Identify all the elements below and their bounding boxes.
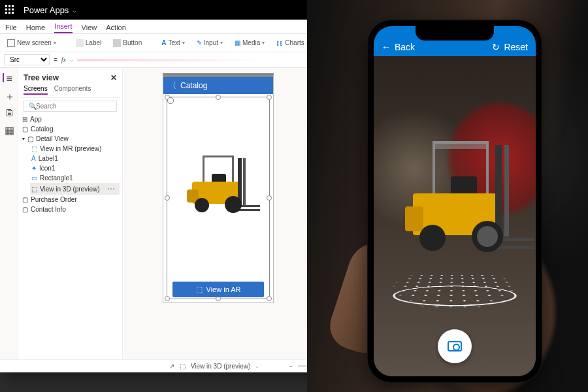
svg-rect-2 — [12, 5, 14, 7]
reset-button[interactable]: ↻ Reset — [492, 42, 528, 52]
forklift-model — [179, 155, 257, 221]
tree-node-catalog[interactable]: ▢Catalog — [21, 124, 120, 134]
rail-media-icon[interactable]: ▦ — [5, 124, 14, 133]
menu-action[interactable]: Action — [106, 22, 126, 33]
tree-node-icon1[interactable]: ✦Icon1 — [30, 163, 120, 173]
rail-tree-icon[interactable]: ≡ — [3, 73, 12, 82]
svg-rect-1 — [8, 5, 10, 7]
menu-insert[interactable]: Insert — [54, 20, 73, 33]
view-in-ar-button[interactable]: ⬚ View in AR — [172, 282, 264, 297]
phone-mockup: ← Back ↻ Reset — [367, 20, 542, 383]
svg-rect-4 — [8, 8, 10, 10]
svg-rect-7 — [8, 12, 10, 14]
tree-tab-screens[interactable]: Screens — [24, 85, 48, 95]
close-icon[interactable]: ✕ — [110, 73, 117, 82]
ribbon-input[interactable]: ✎Input▾ — [193, 37, 226, 48]
tree-view-pane: Tree view ✕ Screens Components 🔍 ⊞App ▢C… — [18, 68, 123, 359]
forklift-ar-model[interactable] — [396, 141, 527, 272]
tree-node-app[interactable]: ⊞App — [21, 114, 120, 124]
tree-node-rectangle1[interactable]: ▭Rectangle1 — [30, 173, 120, 183]
property-selector[interactable]: Src — [4, 54, 50, 65]
phone-notch — [416, 26, 494, 41]
app-title-caret-icon[interactable]: ⌵ — [73, 7, 76, 14]
tree-tab-components[interactable]: Components — [54, 85, 91, 95]
svg-rect-3 — [5, 8, 7, 10]
chevron-left-icon[interactable]: 〈 — [169, 80, 176, 91]
tree-search-input[interactable] — [24, 101, 117, 112]
design-canvas[interactable]: 〈 Catalog — [123, 68, 314, 359]
ribbon-label[interactable]: Label — [73, 37, 105, 49]
preview-header: 〈 Catalog — [163, 77, 273, 94]
back-button[interactable]: ← Back — [382, 42, 415, 52]
tree-node-detail[interactable]: ▾▢Detail View — [21, 134, 120, 144]
view-in-ar-label: View in AR — [206, 286, 241, 293]
view-3d-control[interactable] — [166, 97, 270, 279]
svg-rect-8 — [12, 12, 14, 14]
tree-title: Tree view — [24, 73, 59, 82]
tree-node-label1[interactable]: ALabel1 — [30, 154, 120, 163]
ribbon-text[interactable]: AText▾ — [158, 37, 188, 48]
ribbon-new-screen[interactable]: New screen▾ — [4, 37, 59, 49]
tree-node-purchase-order[interactable]: ▢Purchase Order — [21, 195, 120, 204]
zoom-out-icon[interactable]: − — [289, 363, 293, 370]
back-label: Back — [395, 42, 415, 52]
app-title: Power Apps — [20, 5, 73, 15]
tree-node-view-mr[interactable]: ⬚View in MR (preview) — [30, 144, 120, 154]
camera-shutter-button[interactable] — [438, 329, 472, 363]
menu-home[interactable]: Home — [26, 22, 45, 33]
menu-view[interactable]: View — [82, 22, 97, 33]
app-launcher-icon[interactable] — [0, 0, 20, 20]
left-rail: ≡ ＋ 🗎 ▦ — [0, 68, 18, 359]
reset-icon: ↻ — [492, 42, 500, 52]
rail-data-icon[interactable]: 🗎 — [5, 107, 14, 116]
equals-sign: = — [54, 56, 57, 63]
camera-icon — [448, 341, 462, 351]
svg-rect-0 — [5, 5, 7, 7]
menu-file[interactable]: File — [5, 22, 17, 33]
svg-rect-6 — [5, 12, 7, 14]
svg-rect-5 — [12, 8, 14, 10]
reset-label: Reset — [504, 42, 528, 52]
ribbon-media[interactable]: ▦Media▾ — [231, 37, 268, 48]
status-selection: View in 3D (preview) — [191, 363, 251, 370]
ar-view[interactable] — [374, 56, 536, 376]
fx-caret-icon[interactable]: ⌵ — [70, 57, 73, 63]
ar-cube-icon: ⬚ — [196, 286, 203, 294]
phone-screen: ← Back ↻ Reset — [374, 26, 536, 376]
tree-search: 🔍 — [24, 101, 117, 112]
search-icon: 🔍 — [29, 103, 37, 110]
tree-node-view-3d[interactable]: ⬚View in 3D (preview)⋯ — [30, 183, 120, 195]
more-icon[interactable]: ⋯ — [107, 184, 118, 193]
ribbon-charts[interactable]: ⫿⫿Charts▾ — [273, 37, 312, 48]
preview-title: Catalog — [180, 81, 207, 90]
ribbon-button[interactable]: Button — [110, 37, 145, 49]
fx-label: fx — [61, 56, 66, 63]
arrow-left-icon: ← — [382, 42, 391, 52]
rail-insert-icon[interactable]: ＋ — [5, 90, 14, 99]
tree-node-contact-info[interactable]: ▢Contact Info — [21, 204, 120, 214]
status-chevron-icon[interactable]: ↗ — [169, 363, 174, 370]
device-preview: 〈 Catalog — [163, 73, 274, 303]
